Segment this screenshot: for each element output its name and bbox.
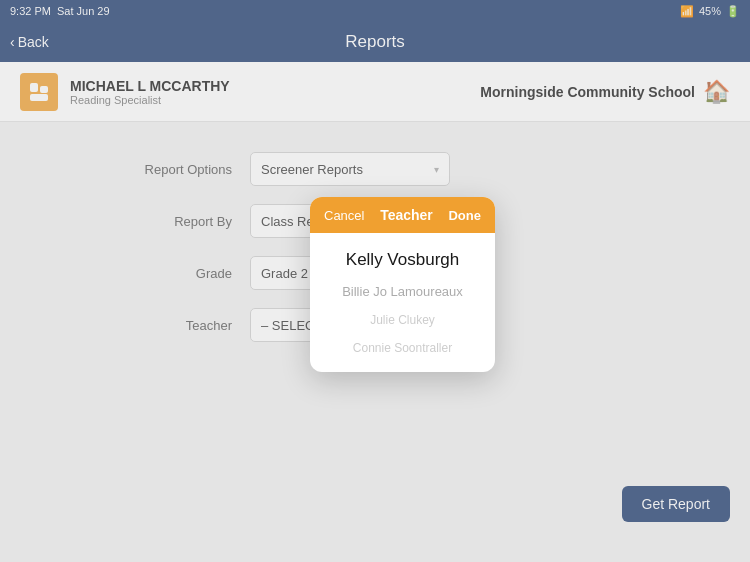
user-role: Reading Specialist	[70, 94, 230, 106]
grade-value: Grade 2	[261, 266, 308, 281]
teacher-label: Teacher	[140, 318, 250, 333]
school-icon: 🏠	[703, 79, 730, 105]
picker-title: Teacher	[380, 207, 433, 223]
picker-header: Cancel Teacher Done	[310, 197, 495, 233]
time: 9:32 PM	[10, 5, 51, 17]
back-label: Back	[18, 34, 49, 50]
picker-item-julie[interactable]: Julie Clukey	[310, 306, 495, 334]
picker-item-connie[interactable]: Connie Soontraller	[310, 334, 495, 362]
school-name-text: Morningside Community School	[480, 84, 695, 100]
svg-rect-0	[30, 83, 38, 92]
user-name: MICHAEL L MCCARTHY	[70, 78, 230, 94]
picker-done-button[interactable]: Done	[448, 208, 481, 223]
picker-cancel-button[interactable]: Cancel	[324, 208, 364, 223]
nav-bar: ‹ Back Reports	[0, 22, 750, 62]
wifi-percent: 45%	[699, 5, 721, 17]
report-by-label: Report By	[140, 214, 250, 229]
picker-item-kelly[interactable]: Kelly Vosburgh	[310, 243, 495, 277]
teacher-picker: Cancel Teacher Done Kelly Vosburgh Billi…	[310, 197, 495, 372]
svg-rect-2	[40, 86, 48, 93]
report-options-row: Report Options Screener Reports ▾	[140, 152, 610, 186]
get-report-button[interactable]: Get Report	[622, 486, 730, 522]
report-options-value: Screener Reports	[261, 162, 363, 177]
chevron-down-icon: ▾	[434, 164, 439, 175]
user-avatar	[20, 73, 58, 111]
battery-icon: 🔋	[726, 5, 740, 18]
picker-items-list: Kelly Vosburgh Billie Jo Lamoureaux Juli…	[310, 233, 495, 372]
status-bar: 9:32 PM Sat Jun 29 📶 45% 🔋	[0, 0, 750, 22]
back-button[interactable]: ‹ Back	[10, 34, 49, 50]
page-header: MICHAEL L MCCARTHY Reading Specialist Mo…	[0, 62, 750, 122]
nav-title: Reports	[345, 32, 405, 52]
report-options-select[interactable]: Screener Reports ▾	[250, 152, 450, 186]
user-info: MICHAEL L MCCARTHY Reading Specialist	[20, 73, 230, 111]
report-options-label: Report Options	[140, 162, 250, 177]
status-right: 📶 45% 🔋	[680, 5, 740, 18]
school-info: Morningside Community School 🏠	[480, 79, 730, 105]
wifi-icon: 📶	[680, 5, 694, 18]
status-left: 9:32 PM Sat Jun 29	[10, 5, 110, 17]
grade-label: Grade	[140, 266, 250, 281]
date: Sat Jun 29	[57, 5, 110, 17]
svg-rect-1	[30, 94, 48, 101]
back-chevron-icon: ‹	[10, 34, 15, 50]
picker-item-billie[interactable]: Billie Jo Lamoureaux	[310, 277, 495, 306]
main-content: Report Options Screener Reports ▾ Report…	[0, 122, 750, 542]
user-details: MICHAEL L MCCARTHY Reading Specialist	[70, 78, 230, 106]
